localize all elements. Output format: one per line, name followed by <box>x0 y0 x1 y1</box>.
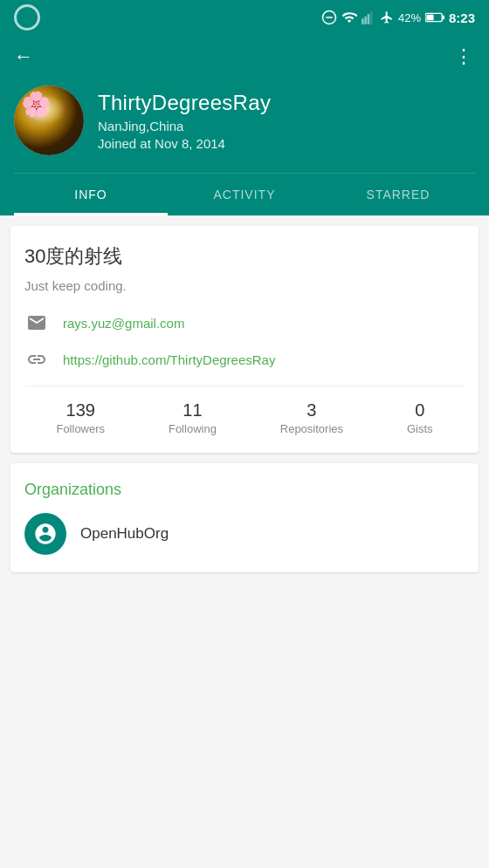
profile-location: NanJing,China <box>98 119 271 133</box>
status-bar: 42% 8:23 <box>0 0 489 35</box>
svg-rect-7 <box>442 16 444 20</box>
bio-text: Just keep coding. <box>24 278 465 293</box>
stats-row: 139 Followers 11 Following 3 Repositorie… <box>24 400 465 435</box>
svg-rect-8 <box>426 15 433 20</box>
organizations-card: Organizations OpenHubOrg <box>10 463 479 572</box>
org-avatar <box>24 513 66 555</box>
profile-name: ThirtyDegreesRay <box>98 91 271 115</box>
followers-count: 139 <box>56 400 105 420</box>
header-top: ← ⋮ <box>14 45 475 68</box>
content: 30度的射线 Just keep coding. rays.yuz@gmail.… <box>0 215 489 768</box>
info-card: 30度的射线 Just keep coding. rays.yuz@gmail.… <box>10 226 479 453</box>
org-icon <box>33 522 58 546</box>
following-label: Following <box>169 422 217 435</box>
status-icons: 42% 8:23 <box>321 10 475 25</box>
bottom-space <box>10 583 479 757</box>
header: ← ⋮ ThirtyDegreesRay NanJing,China Joine… <box>0 35 489 215</box>
repos-count: 3 <box>280 400 343 420</box>
github-row[interactable]: https://github.com/ThirtyDegreesRay <box>24 347 465 372</box>
back-button[interactable]: ← <box>14 45 33 68</box>
divider <box>24 386 465 386</box>
github-link[interactable]: https://github.com/ThirtyDegreesRay <box>63 352 275 367</box>
link-icon <box>24 347 49 372</box>
status-time: 8:23 <box>449 10 475 25</box>
email-icon <box>24 311 49 335</box>
svg-rect-2 <box>362 18 364 24</box>
battery-icon <box>425 12 444 23</box>
avatar-image <box>14 85 84 155</box>
profile-section: ThirtyDegreesRay NanJing,China Joined at… <box>14 85 475 173</box>
email-link[interactable]: rays.yuz@gmail.com <box>63 316 184 331</box>
more-button[interactable]: ⋮ <box>454 45 475 68</box>
repos-label: Repositories <box>280 422 343 435</box>
gists-label: Gists <box>407 422 433 435</box>
org-item[interactable]: OpenHubOrg <box>24 513 465 555</box>
tab-starred[interactable]: STARRED <box>321 174 475 215</box>
avatar <box>14 85 84 155</box>
tab-info[interactable]: INFO <box>14 174 168 215</box>
gists-count: 0 <box>407 400 433 420</box>
stat-gists[interactable]: 0 Gists <box>407 400 433 435</box>
airplane-icon <box>380 10 394 24</box>
wifi-icon <box>341 10 357 25</box>
tab-activity[interactable]: ACTIVITY <box>168 174 321 215</box>
dnd-icon <box>321 10 337 25</box>
organizations-title: Organizations <box>24 481 465 499</box>
svg-rect-4 <box>368 14 370 24</box>
profile-joined: Joined at Nov 8, 2014 <box>98 136 271 151</box>
bio-title: 30度的射线 <box>24 243 465 270</box>
stat-repositories[interactable]: 3 Repositories <box>280 400 343 435</box>
tabs: INFO ACTIVITY STARRED <box>14 173 475 215</box>
following-count: 11 <box>169 400 217 420</box>
email-row[interactable]: rays.yuz@gmail.com <box>24 311 465 335</box>
profile-info: ThirtyDegreesRay NanJing,China Joined at… <box>98 91 271 151</box>
org-name: OpenHubOrg <box>80 525 169 543</box>
signal-icon <box>362 10 375 24</box>
followers-label: Followers <box>56 422 105 435</box>
stat-following[interactable]: 11 Following <box>169 400 217 435</box>
stat-followers[interactable]: 139 Followers <box>56 400 105 435</box>
svg-rect-5 <box>370 11 373 24</box>
battery-percent: 42% <box>398 11 421 24</box>
notification-dot <box>14 4 40 31</box>
svg-rect-3 <box>364 17 367 24</box>
